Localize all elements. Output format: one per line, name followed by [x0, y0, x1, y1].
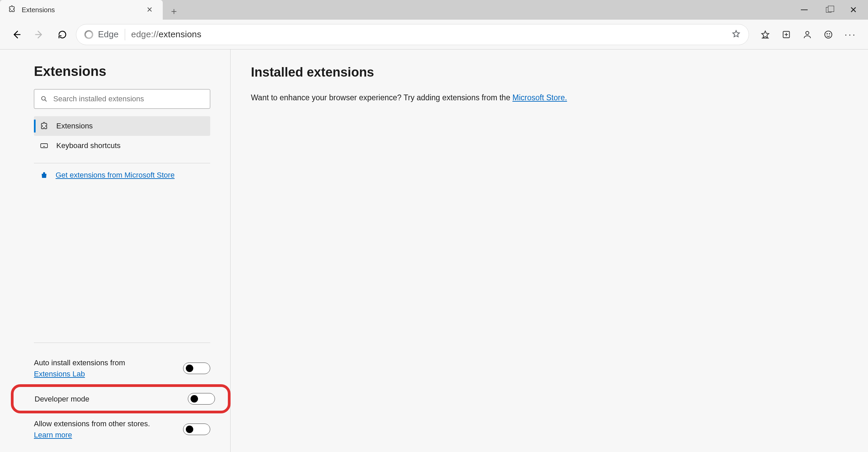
- divider-icon: [34, 163, 210, 163]
- extensions-lab-link[interactable]: Extensions Lab: [34, 370, 85, 378]
- svg-point-1: [806, 31, 809, 34]
- window-maximize-button[interactable]: [826, 7, 831, 13]
- browser-toolbar: Edge edge://extensions ···: [0, 20, 868, 49]
- puzzle-icon: [40, 122, 48, 130]
- favorites-button[interactable]: [761, 30, 770, 39]
- toggle-row-allow-other-stores: Allow extensions from other stores. Lear…: [34, 413, 210, 445]
- window-controls: ✕: [801, 0, 864, 20]
- toggle-row-auto-install: Auto install extensions from Extensions …: [34, 352, 210, 384]
- divider-icon: [34, 343, 210, 343]
- feedback-smiley-button[interactable]: [824, 30, 833, 39]
- svg-point-5: [42, 97, 45, 100]
- toggle-label: Allow extensions from other stores. Lear…: [34, 418, 156, 440]
- address-bar[interactable]: Edge edge://extensions: [76, 24, 749, 45]
- search-input[interactable]: [53, 95, 204, 103]
- keyboard-icon: [40, 142, 48, 150]
- url-text: edge://extensions: [131, 29, 201, 40]
- extensions-sidebar: Extensions Extensions Keyboard shortcuts…: [0, 49, 231, 452]
- nav-refresh-button[interactable]: [53, 25, 72, 44]
- page-content: Extensions Extensions Keyboard shortcuts…: [0, 49, 868, 452]
- svg-rect-6: [41, 144, 47, 148]
- sidebar-item-extensions[interactable]: Extensions: [34, 116, 210, 136]
- toolbar-actions: ···: [761, 29, 856, 40]
- sidebar-item-keyboard-shortcuts[interactable]: Keyboard shortcuts: [34, 136, 210, 156]
- site-identity-edge: Edge: [84, 29, 119, 40]
- new-tab-button[interactable]: ＋: [165, 3, 182, 20]
- edge-logo-icon: [84, 30, 93, 39]
- main-panel: Installed extensions Want to enhance you…: [231, 49, 868, 452]
- sidebar-bottom-toggles: Auto install extensions from Extensions …: [34, 335, 210, 445]
- sidebar-nav: Extensions Keyboard shortcuts: [34, 116, 210, 156]
- collections-button[interactable]: [782, 30, 791, 39]
- divider-icon: [125, 29, 125, 40]
- toggle-label: Developer mode: [35, 393, 89, 405]
- search-icon: [40, 95, 48, 103]
- toggle-row-developer-mode: Developer mode: [35, 388, 215, 409]
- tab-close-button[interactable]: ✕: [144, 3, 155, 16]
- toggle-allow-other-stores[interactable]: [183, 424, 210, 435]
- microsoft-store-link[interactable]: Microsoft Store.: [512, 93, 567, 102]
- sidebar-item-label: Extensions: [56, 122, 93, 130]
- toggle-auto-install[interactable]: [183, 363, 210, 374]
- nav-forward-button: [30, 25, 49, 44]
- window-titlebar: Extensions ✕ ＋ ✕: [0, 0, 868, 20]
- get-extensions-store-link[interactable]: Get extensions from Microsoft Store: [34, 171, 214, 180]
- svg-point-4: [829, 33, 830, 34]
- learn-more-link[interactable]: Learn more: [34, 431, 72, 439]
- store-bag-icon: [40, 171, 48, 179]
- profile-button[interactable]: [803, 30, 812, 39]
- more-menu-button[interactable]: ···: [845, 29, 856, 40]
- window-minimize-button[interactable]: [801, 9, 808, 10]
- main-heading: Installed extensions: [251, 65, 848, 80]
- sidebar-item-label: Keyboard shortcuts: [56, 141, 121, 150]
- svg-point-3: [827, 33, 827, 34]
- search-extensions-field[interactable]: [34, 89, 210, 109]
- puzzle-icon: [8, 5, 16, 14]
- tab-strip: Extensions ✕ ＋: [0, 0, 801, 20]
- toggle-developer-mode[interactable]: [188, 393, 215, 405]
- tab-title: Extensions: [22, 6, 138, 14]
- main-prompt: Want to enhance your browser experience?…: [251, 93, 848, 102]
- browser-tab-extensions[interactable]: Extensions ✕: [0, 0, 163, 20]
- store-link-text[interactable]: Get extensions from Microsoft Store: [56, 171, 175, 180]
- sidebar-title: Extensions: [34, 64, 214, 79]
- svg-point-2: [825, 31, 832, 38]
- favorite-star-button[interactable]: [732, 29, 741, 40]
- toggle-label: Auto install extensions from Extensions …: [34, 357, 156, 379]
- nav-back-button[interactable]: [7, 25, 26, 44]
- window-close-button[interactable]: ✕: [850, 5, 857, 15]
- annotation-highlight: Developer mode: [11, 384, 231, 413]
- site-identity-label: Edge: [98, 29, 119, 40]
